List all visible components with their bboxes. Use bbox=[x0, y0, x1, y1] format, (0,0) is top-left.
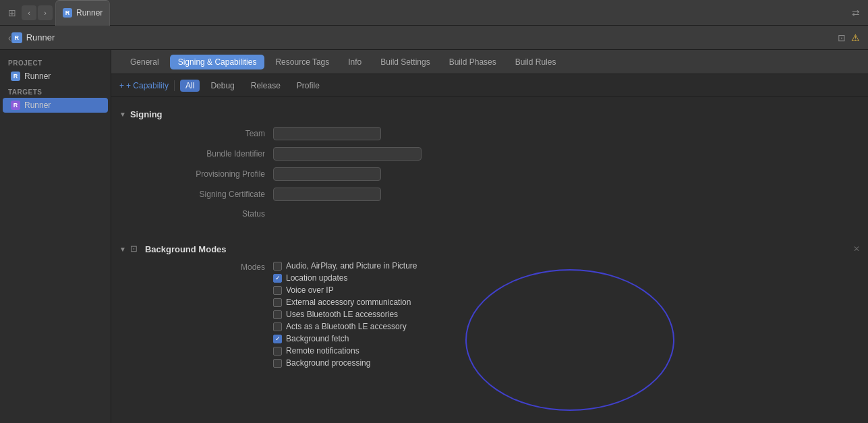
runner-tab-label: Runner bbox=[76, 8, 103, 18]
mode-item: Voice over IP bbox=[273, 285, 417, 295]
mode-checkbox-2[interactable] bbox=[273, 286, 282, 295]
mode-checkbox-4[interactable] bbox=[273, 310, 282, 319]
mode-checkbox-7[interactable] bbox=[273, 347, 282, 356]
background-modes-chevron-icon: ▼ bbox=[119, 246, 126, 253]
modes-list: Audio, AirPlay, and Picture in PictureLo… bbox=[273, 261, 417, 368]
grid-icon[interactable]: ⊞ bbox=[5, 6, 19, 20]
split-view-icon[interactable]: ⇄ bbox=[852, 7, 860, 18]
mode-text-6: Background fetch bbox=[286, 334, 349, 343]
modes-label: Modes bbox=[125, 261, 273, 368]
mode-item: Location updates bbox=[273, 273, 417, 283]
scroll-area[interactable]: ▼ Signing Team Bundle Identifier bbox=[111, 97, 868, 423]
signing-section-header[interactable]: ▼ Signing bbox=[111, 105, 868, 123]
form-row-status: Status bbox=[125, 204, 855, 223]
form-row-team: Team bbox=[125, 123, 855, 144]
signing-section: ▼ Signing Team Bundle Identifier bbox=[111, 105, 868, 237]
mode-text-4: Uses Bluetooth LE accessories bbox=[286, 310, 398, 319]
mode-item: Background fetch bbox=[273, 334, 417, 343]
target-runner-icon: R bbox=[11, 101, 20, 110]
project-runner-icon: R bbox=[11, 72, 20, 81]
runner-icon: R bbox=[11, 32, 22, 43]
mode-text-7: Remote notifications bbox=[286, 346, 359, 356]
tab-info[interactable]: Info bbox=[340, 55, 370, 69]
project-runner-label: Runner bbox=[24, 72, 51, 81]
mode-item: Acts as a Bluetooth LE accessory bbox=[273, 322, 417, 331]
filter-debug-button[interactable]: Debug bbox=[205, 80, 239, 92]
tab-build-phases[interactable]: Build Phases bbox=[441, 55, 504, 69]
toolbar2-right: ⊡ ⚠ bbox=[838, 32, 860, 43]
runner-tab[interactable]: R Runner bbox=[55, 0, 110, 26]
content-wrapper: General Signing & Capabilities Resource … bbox=[111, 50, 868, 423]
mode-item: External accessory communication bbox=[273, 298, 417, 307]
project-section-label: PROJECT bbox=[0, 55, 111, 68]
background-modes-form: Modes Audio, AirPlay, and Picture in Pic… bbox=[111, 258, 868, 384]
provisioning-select[interactable] bbox=[273, 167, 381, 181]
bundle-id-label: Bundle Identifier bbox=[125, 149, 273, 159]
mode-item: Remote notifications bbox=[273, 346, 417, 356]
targets-section-label: TARGETS bbox=[0, 84, 111, 97]
background-modes-title: Background Modes bbox=[145, 244, 227, 254]
form-row-signing-cert: Signing Certificate bbox=[125, 184, 855, 204]
mode-item: Uses Bluetooth LE accessories bbox=[273, 310, 417, 319]
nav-buttons: ‹ › bbox=[22, 5, 53, 20]
add-capability-label: + Capability bbox=[126, 81, 169, 90]
runner-tab-icon: R bbox=[63, 8, 72, 18]
mode-checkbox-5[interactable] bbox=[273, 322, 282, 331]
tab-build-settings[interactable]: Build Settings bbox=[372, 55, 438, 69]
background-modes-section-icon: ⊡ bbox=[130, 244, 141, 254]
mode-item: Audio, AirPlay, and Picture in Picture bbox=[273, 261, 417, 271]
warning-icon[interactable]: ⚠ bbox=[851, 32, 860, 43]
nav-back-button[interactable]: ‹ bbox=[22, 5, 36, 20]
modes-row: Modes Audio, AirPlay, and Picture in Pic… bbox=[125, 258, 855, 370]
split-editor-icon[interactable]: ⊡ bbox=[838, 32, 846, 43]
tab-signing-capabilities[interactable]: Signing & Capabilities bbox=[170, 55, 265, 69]
runner-label-group: R Runner bbox=[11, 32, 55, 43]
tab-general[interactable]: General bbox=[122, 55, 167, 69]
content: General Signing & Capabilities Resource … bbox=[111, 50, 868, 423]
mode-checkbox-1[interactable] bbox=[273, 274, 282, 283]
filter-profile-button[interactable]: Profile bbox=[291, 80, 325, 92]
team-select[interactable] bbox=[273, 127, 381, 140]
status-label: Status bbox=[125, 209, 273, 219]
tab-resource-tags[interactable]: Resource Tags bbox=[267, 55, 337, 69]
add-capability-button[interactable]: + + Capability bbox=[119, 81, 169, 90]
provisioning-label: Provisioning Profile bbox=[125, 169, 273, 179]
sidebar-item-target-runner[interactable]: R Runner bbox=[3, 98, 108, 113]
bundle-id-input[interactable] bbox=[273, 147, 422, 161]
tab-build-rules[interactable]: Build Rules bbox=[507, 55, 565, 69]
filter-all-button[interactable]: All bbox=[180, 80, 200, 92]
mode-text-8: Background processing bbox=[286, 358, 370, 368]
mode-text-1: Location updates bbox=[286, 273, 347, 283]
mode-text-2: Voice over IP bbox=[286, 285, 334, 295]
background-modes-delete-button[interactable]: ✕ bbox=[853, 244, 860, 254]
sidebar: PROJECT R Runner TARGETS R Runner bbox=[0, 50, 111, 423]
filter-divider bbox=[174, 80, 175, 91]
toolbar2: ‹ R Runner ⊡ ⚠ bbox=[0, 26, 868, 50]
mode-text-3: External accessory communication bbox=[286, 298, 411, 307]
runner-text: Runner bbox=[26, 32, 55, 43]
mode-checkbox-6[interactable] bbox=[273, 335, 282, 343]
mode-text-0: Audio, AirPlay, and Picture in Picture bbox=[286, 261, 417, 271]
background-modes-header[interactable]: ▼ ⊡ Background Modes ✕ bbox=[111, 239, 868, 258]
filterbar: + + Capability All Debug Release Profile bbox=[111, 74, 868, 97]
team-label: Team bbox=[125, 129, 273, 138]
signing-cert-label: Signing Certificate bbox=[125, 190, 273, 199]
signing-cert-select[interactable] bbox=[273, 188, 381, 201]
mode-text-5: Acts as a Bluetooth LE accessory bbox=[286, 322, 407, 331]
mode-checkbox-0[interactable] bbox=[273, 262, 282, 271]
nav-forward-button[interactable]: › bbox=[38, 5, 53, 20]
mode-item: Background processing bbox=[273, 358, 417, 368]
mode-checkbox-8[interactable] bbox=[273, 359, 282, 368]
tabbar: General Signing & Capabilities Resource … bbox=[111, 50, 868, 74]
titlebar: ⊞ ‹ › R Runner ⇄ bbox=[0, 0, 868, 26]
signing-chevron-icon: ▼ bbox=[119, 111, 126, 118]
mode-checkbox-3[interactable] bbox=[273, 298, 282, 307]
main-layout: PROJECT R Runner TARGETS R Runner Genera… bbox=[0, 50, 868, 423]
add-icon: + bbox=[119, 81, 124, 90]
target-runner-label: Runner bbox=[24, 101, 51, 110]
filter-release-button[interactable]: Release bbox=[245, 80, 286, 92]
form-row-bundle-id: Bundle Identifier bbox=[125, 144, 855, 164]
signing-form: Team Bundle Identifier Provisioning Prof… bbox=[111, 123, 868, 237]
signing-section-title: Signing bbox=[130, 109, 163, 119]
sidebar-item-project-runner[interactable]: R Runner bbox=[3, 69, 108, 84]
